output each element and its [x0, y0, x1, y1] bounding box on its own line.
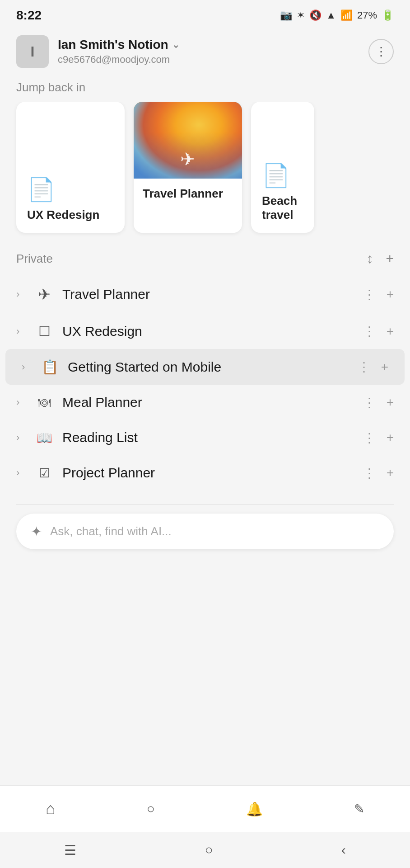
nav-item-actions: ⋮ + — [363, 324, 394, 339]
home-icon: ⌂ — [46, 799, 56, 818]
nav-airplane-icon: ✈ — [33, 285, 56, 303]
nav-meal-icon: 🍽 — [33, 395, 56, 410]
nav-chevron-icon: › — [16, 288, 33, 300]
status-bar: 8:22 📷 ✶ 🔇 ▲ 📶 27% 🔋 — [0, 0, 410, 27]
header-info: Ian Smith's Notion ⌄ c9e5676d@moodjoy.co… — [58, 38, 180, 66]
nav-item-actions: ⋮ + — [358, 359, 388, 374]
card-travel-bottom: Travel Planner — [134, 179, 242, 233]
nav-add-icon[interactable]: + — [387, 287, 394, 302]
card-beach-no-image: 📄 Beach travel — [251, 102, 314, 233]
signal-icon: 📶 — [340, 9, 353, 21]
nav-item-project-planner[interactable]: › ☑ Project Planner ⋮ + — [0, 455, 410, 491]
nav-more-icon[interactable]: ⋮ — [363, 430, 376, 445]
nav-item-actions: ⋮ + — [363, 466, 394, 481]
nav-chevron-icon: › — [16, 467, 33, 479]
edit-icon: ✎ — [354, 802, 364, 816]
nav-item-getting-started[interactable]: › 📋 Getting Started on Mobile ⋮ + — [5, 349, 405, 385]
more-options-button[interactable]: ⋮ — [368, 39, 394, 64]
nav-add-icon[interactable]: + — [387, 466, 394, 480]
private-actions: ↕ + — [366, 251, 394, 266]
card-travel-planner[interactable]: ✈ Travel Planner — [134, 102, 242, 233]
nav-add-icon[interactable]: + — [387, 395, 394, 410]
nav-list: › ✈ Travel Planner ⋮ + › ☐ UX Redesign ⋮… — [0, 271, 410, 495]
nav-more-icon[interactable]: ⋮ — [363, 324, 376, 339]
user-email: c9e5676d@moodjoy.com — [58, 54, 180, 66]
nav-chevron-icon: › — [16, 432, 33, 443]
bottom-nav-home[interactable]: ⌂ — [37, 795, 65, 823]
bottom-nav-notifications[interactable]: 🔔 — [237, 797, 272, 821]
add-page-icon[interactable]: + — [386, 251, 394, 266]
mute-icon: 🔇 — [309, 9, 321, 21]
nav-reading-list-label: Reading List — [62, 430, 363, 445]
nav-more-icon[interactable]: ⋮ — [363, 466, 376, 481]
ai-input[interactable]: ✦ Ask, chat, find with AI... — [16, 514, 394, 549]
nav-more-icon[interactable]: ⋮ — [358, 359, 370, 374]
battery-icon: 🔋 — [382, 9, 394, 21]
nav-project-planner-label: Project Planner — [62, 465, 363, 481]
jump-back-in-label: Jump back in — [0, 76, 410, 102]
airplane-overlay-icon: ✈ — [180, 149, 196, 170]
card-travel-image: ✈ — [134, 102, 242, 179]
nav-item-travel-planner[interactable]: › ✈ Travel Planner ⋮ + — [0, 275, 410, 313]
bottom-nav-search[interactable]: ○ — [138, 797, 164, 821]
private-section: Private ↕ + › ✈ Travel Planner ⋮ + › ☐ U… — [0, 246, 410, 495]
nav-meal-planner-label: Meal Planner — [62, 395, 363, 410]
nav-more-icon[interactable]: ⋮ — [363, 395, 376, 410]
battery-text: 27% — [357, 9, 377, 21]
camera-icon: 📷 — [280, 9, 292, 21]
nav-add-icon[interactable]: + — [381, 360, 388, 374]
workspace-name[interactable]: Ian Smith's Notion ⌄ — [58, 38, 180, 52]
nav-item-meal-planner[interactable]: › 🍽 Meal Planner ⋮ + — [0, 385, 410, 420]
card-ux-redesign[interactable]: 📄 UX Redesign — [16, 102, 125, 233]
nav-book-icon: 📖 — [33, 430, 56, 445]
nav-chevron-icon: › — [16, 396, 33, 408]
android-menu-icon[interactable]: ☰ — [51, 838, 90, 863]
bottom-nav-edit[interactable]: ✎ — [345, 797, 373, 821]
card-beach-document-icon: 📄 — [262, 162, 303, 189]
card-no-image-content: 📄 UX Redesign — [16, 102, 125, 233]
ai-input-container: ✦ Ask, chat, find with AI... — [0, 514, 410, 563]
bluetooth-icon: ✶ — [297, 9, 305, 21]
card-travel-planner-title: Travel Planner — [143, 187, 233, 201]
search-icon: ○ — [147, 801, 155, 816]
nav-chevron-icon: › — [22, 361, 38, 373]
status-time: 8:22 — [16, 8, 42, 23]
nav-notes-icon: 📋 — [38, 359, 61, 375]
nav-add-icon[interactable]: + — [387, 324, 394, 339]
more-dots-icon: ⋮ — [375, 45, 387, 59]
nav-item-actions: ⋮ + — [363, 430, 394, 445]
wifi-icon: ▲ — [326, 9, 336, 21]
nav-chevron-icon: › — [16, 326, 33, 337]
header-left: I Ian Smith's Notion ⌄ c9e5676d@moodjoy.… — [16, 35, 180, 68]
nav-getting-started-label: Getting Started on Mobile — [68, 359, 358, 375]
nav-document-icon: ☐ — [33, 323, 56, 339]
card-ux-redesign-title: UX Redesign — [27, 208, 114, 222]
ai-input-placeholder: Ask, chat, find with AI... — [50, 524, 172, 538]
recent-cards: 📄 UX Redesign ✈ Travel Planner 📄 Beach t… — [0, 102, 410, 246]
private-label: Private — [16, 252, 53, 266]
nav-item-actions: ⋮ + — [363, 395, 394, 410]
nav-ux-redesign-label: UX Redesign — [62, 324, 363, 339]
nav-add-icon[interactable]: + — [387, 430, 394, 445]
sort-icon[interactable]: ↕ — [366, 251, 373, 266]
nav-item-ux-redesign[interactable]: › ☐ UX Redesign ⋮ + — [0, 313, 410, 349]
card-with-image-content: ✈ Travel Planner — [134, 102, 242, 233]
card-document-icon: 📄 — [27, 176, 114, 203]
nav-more-icon[interactable]: ⋮ — [363, 287, 376, 302]
card-beach-travel[interactable]: 📄 Beach travel — [251, 102, 314, 233]
ai-sparkle-icon: ✦ — [31, 524, 42, 539]
nav-item-actions: ⋮ + — [363, 287, 394, 302]
bottom-nav: ⌂ ○ 🔔 ✎ — [0, 785, 410, 832]
private-header: Private ↕ + — [0, 246, 410, 271]
android-nav: ☰ ○ ‹ — [0, 832, 410, 868]
android-back-icon[interactable]: ‹ — [328, 838, 359, 862]
card-beach-travel-title: Beach travel — [262, 194, 303, 222]
nav-travel-planner-label: Travel Planner — [62, 287, 363, 302]
bell-icon: 🔔 — [246, 801, 263, 817]
status-icons: 📷 ✶ 🔇 ▲ 📶 27% 🔋 — [280, 9, 394, 21]
nav-checklist-icon: ☑ — [33, 466, 56, 481]
avatar[interactable]: I — [16, 35, 49, 68]
android-home-icon[interactable]: ○ — [191, 838, 226, 862]
nav-item-reading-list[interactable]: › 📖 Reading List ⋮ + — [0, 420, 410, 455]
divider — [16, 504, 394, 505]
